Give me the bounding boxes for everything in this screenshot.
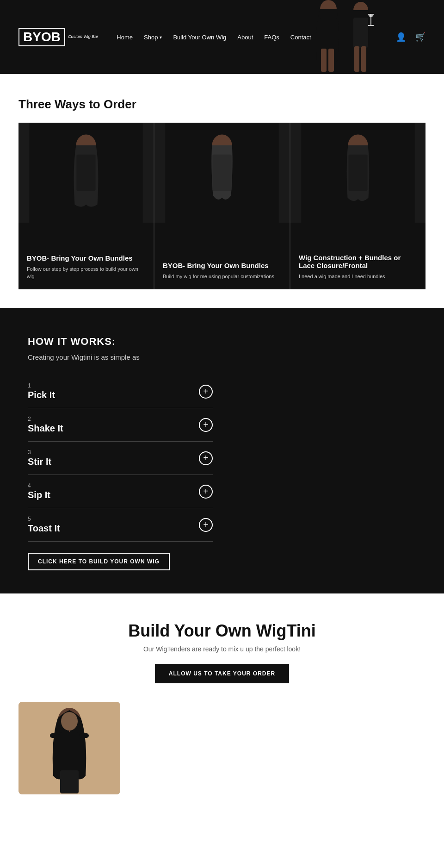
svg-rect-7: [361, 46, 366, 72]
svg-rect-25: [60, 770, 79, 793]
step-2-left: 2 Shake It: [28, 416, 63, 434]
step-5-num: 5: [28, 516, 60, 522]
step-5-expand[interactable]: +: [199, 518, 213, 532]
three-ways-title: Three Ways to Order: [18, 97, 426, 112]
allow-order-button[interactable]: ALLOW US TO TAKE YOUR ORDER: [155, 664, 289, 683]
card-1-desc: Follow our step by step process to build…: [27, 266, 145, 280]
svg-rect-23: [50, 733, 59, 738]
step-5-name: Toast It: [28, 523, 60, 534]
nav-shop[interactable]: Shop ▾: [144, 34, 162, 41]
step-2-expand[interactable]: +: [199, 418, 213, 432]
logo-area: BYOB Custom Wig Bar: [18, 28, 98, 46]
cards-row: BYOB- Bring Your Own Bundles Follow our …: [18, 123, 426, 289]
step-1[interactable]: 1 Pick It +: [28, 375, 213, 408]
wigtini-subtitle: Our WigTenders are ready to mix u up the…: [18, 645, 426, 653]
cart-icon[interactable]: 🛒: [415, 32, 426, 42]
how-it-works-subtitle: Creating your Wigtini is as simple as: [28, 353, 416, 361]
wigtini-bottom: [18, 702, 426, 794]
three-ways-section: Three Ways to Order BYOB- Bring Your Own…: [0, 74, 444, 308]
card-1-content: BYOB- Bring Your Own Bundles Follow our …: [27, 254, 145, 280]
main-nav: Home Shop ▾ Build Your Own Wig About FAQ…: [117, 34, 311, 41]
card-3-title: Wig Construction + Bundles or Lace Closu…: [299, 254, 417, 269]
nav-faqs[interactable]: FAQs: [264, 34, 279, 41]
how-it-works-section: HOW IT WORKS: Creating your Wigtini is a…: [0, 308, 444, 593]
step-4[interactable]: 4 Sip It +: [28, 475, 213, 508]
logo-tagline: Custom Wig Bar: [68, 34, 98, 40]
svg-rect-1: [320, 18, 337, 50]
step-1-num: 1: [28, 382, 55, 389]
card-1-title: BYOB- Bring Your Own Bundles: [27, 254, 145, 262]
svg-rect-15: [212, 155, 231, 191]
shop-dropdown-arrow: ▾: [160, 35, 162, 40]
step-2-name: Shake It: [28, 423, 63, 434]
card-2-image: [154, 123, 290, 223]
card-3[interactable]: Wig Construction + Bundles or Lace Closu…: [290, 123, 426, 289]
svg-rect-2: [321, 49, 327, 72]
step-3-name: Stir It: [28, 456, 51, 467]
svg-rect-22: [59, 732, 80, 774]
step-5[interactable]: 5 Toast It +: [28, 508, 213, 542]
header: BYOB Custom Wig Bar Home Shop ▾ Build Yo…: [0, 0, 444, 74]
step-4-left: 4 Sip It: [28, 482, 50, 500]
wigtini-title: Build Your Own WigTini: [18, 621, 426, 641]
card-2-content: BYOB- Bring Your Own Bundles Build my wi…: [163, 262, 281, 280]
logo: BYOB: [18, 28, 65, 46]
svg-rect-3: [328, 49, 334, 72]
svg-rect-5: [353, 18, 368, 48]
card-3-content: Wig Construction + Bundles or Lace Closu…: [299, 254, 417, 280]
wigtini-section: Build Your Own WigTini Our WigTenders ar…: [0, 593, 444, 813]
card-1-image: [18, 123, 154, 223]
card-2[interactable]: BYOB- Bring Your Own Bundles Build my wi…: [154, 123, 290, 289]
wigtini-model-image: [18, 702, 120, 794]
step-3[interactable]: 3 Stir It +: [28, 442, 213, 475]
step-1-name: Pick It: [28, 390, 55, 400]
svg-rect-18: [348, 155, 367, 191]
step-5-left: 5 Toast It: [28, 516, 60, 534]
step-3-left: 3 Stir It: [28, 449, 51, 467]
step-3-num: 3: [28, 449, 51, 456]
nav-contact[interactable]: Contact: [290, 34, 311, 41]
step-2-num: 2: [28, 416, 63, 422]
account-icon[interactable]: 👤: [396, 32, 406, 42]
step-2[interactable]: 2 Shake It +: [28, 408, 213, 442]
how-it-works-title: HOW IT WORKS:: [28, 336, 416, 348]
card-2-desc: Build my wig for me using popular custom…: [163, 273, 281, 280]
svg-rect-6: [354, 46, 359, 72]
step-1-left: 1 Pick It: [28, 382, 55, 400]
svg-point-21: [61, 712, 78, 731]
card-1[interactable]: BYOB- Bring Your Own Bundles Follow our …: [18, 123, 154, 289]
svg-rect-12: [76, 155, 95, 191]
svg-rect-24: [80, 733, 89, 738]
step-1-expand[interactable]: +: [199, 385, 213, 399]
nav-home[interactable]: Home: [117, 34, 133, 41]
step-4-name: Sip It: [28, 490, 50, 500]
nav-about[interactable]: About: [237, 34, 253, 41]
card-3-image: [290, 123, 426, 223]
step-4-expand[interactable]: +: [199, 485, 213, 499]
card-3-desc: I need a wig made and I need bundles: [299, 273, 417, 280]
steps-list: 1 Pick It + 2 Shake It + 3 Stir It + 4 S…: [28, 375, 213, 542]
build-own-wig-button[interactable]: CLICK HERE TO BUILD YOUR OWN WIG: [28, 553, 170, 570]
header-icons: 👤 🛒: [396, 32, 426, 42]
step-3-expand[interactable]: +: [199, 451, 213, 465]
step-4-num: 4: [28, 482, 50, 489]
card-2-title: BYOB- Bring Your Own Bundles: [163, 262, 281, 269]
nav-build-your-own-wig[interactable]: Build Your Own Wig: [173, 34, 226, 41]
